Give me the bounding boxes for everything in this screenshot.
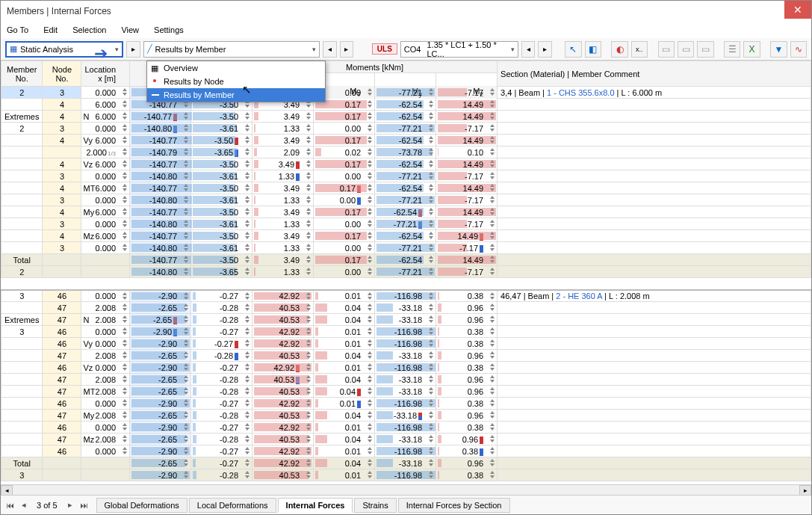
cell-loc[interactable]: 0.000 bbox=[81, 326, 130, 338]
table-row[interactable]: 47Mz2.008-2.65-0.2840.530.04-33.180.96 bbox=[1, 434, 811, 445]
cell[interactable]: -0.27 bbox=[191, 326, 252, 338]
cell[interactable]: -116.98 bbox=[375, 445, 436, 457]
cell-section[interactable] bbox=[498, 182, 811, 194]
cell-section[interactable] bbox=[498, 230, 811, 242]
cell[interactable]: -3.61 bbox=[191, 194, 252, 206]
cell[interactable]: 14.49 bbox=[436, 135, 498, 147]
cell-loc[interactable]: 0.000 bbox=[81, 87, 130, 99]
cell-loc[interactable]: 2.0001/3 bbox=[81, 147, 130, 158]
table-row[interactable]: Total-2.65-0.2742.920.04-33.180.96 bbox=[1, 457, 811, 469]
cell[interactable]: -2.65 bbox=[130, 302, 191, 314]
cell[interactable]: -33.18 bbox=[375, 374, 436, 386]
cell-node[interactable]: 3 bbox=[43, 194, 81, 206]
cell[interactable]: 0.17 bbox=[314, 254, 375, 266]
table-row[interactable]: 472.008-2.65-0.2840.530.04-33.180.96 bbox=[1, 350, 811, 362]
cell[interactable]: 0.38 bbox=[436, 422, 498, 434]
scroll-left-button[interactable]: ◂ bbox=[1, 485, 13, 496]
cell[interactable]: -3.65 bbox=[191, 266, 252, 278]
cell[interactable]: 42.92 bbox=[252, 326, 314, 338]
table-row[interactable]: 4MT6.000-140.77-3.503.490.17-62.5414.49 bbox=[1, 182, 811, 194]
cell-member[interactable] bbox=[1, 338, 43, 350]
panel-1-icon[interactable]: ▭ bbox=[658, 41, 675, 58]
cell[interactable]: 42.92 bbox=[252, 422, 314, 434]
col-member-no[interactable]: MemberNo. bbox=[1, 61, 43, 87]
scroll-track[interactable] bbox=[13, 485, 799, 496]
cell[interactable]: 40.53 bbox=[252, 314, 314, 326]
cell[interactable]: -77.21 bbox=[375, 266, 436, 278]
cell[interactable]: -77.21 bbox=[375, 123, 436, 135]
cell[interactable]: -116.98 bbox=[375, 326, 436, 338]
cell[interactable]: -2.90 bbox=[130, 398, 191, 410]
cell[interactable]: 0.04 bbox=[314, 386, 375, 398]
cell[interactable]: -3.61 bbox=[191, 170, 252, 182]
cell-member[interactable]: Total bbox=[1, 254, 43, 266]
cell-member[interactable] bbox=[1, 99, 43, 111]
menu-selection[interactable]: Selection bbox=[72, 25, 106, 34]
cell[interactable]: -116.98 bbox=[375, 290, 436, 302]
cell[interactable]: 14.49 bbox=[436, 99, 498, 111]
cell[interactable]: -0.27 bbox=[191, 457, 252, 469]
cell[interactable]: -2.90 bbox=[130, 362, 191, 374]
cell-node[interactable]: 3 bbox=[43, 170, 81, 182]
cell[interactable]: 0.01 bbox=[314, 326, 375, 338]
cell-member[interactable] bbox=[1, 194, 43, 206]
cell[interactable]: 42.92 bbox=[252, 338, 314, 350]
pager-next[interactable]: ▸ bbox=[64, 500, 76, 510]
cell[interactable]: 0.38 bbox=[436, 469, 498, 481]
cell-node[interactable]: 46 bbox=[43, 422, 81, 434]
cell[interactable]: 40.53 bbox=[252, 302, 314, 314]
cell-member[interactable]: Total bbox=[1, 457, 43, 469]
cell[interactable]: -0.27 bbox=[191, 338, 252, 350]
cell[interactable]: 3.49 bbox=[252, 135, 314, 147]
cell-member[interactable] bbox=[1, 170, 43, 182]
cell-section[interactable] bbox=[498, 350, 811, 362]
cell[interactable]: -3.50 bbox=[191, 230, 252, 242]
cell-node[interactable]: 4 bbox=[43, 206, 81, 218]
cell-loc[interactable]: Mz2.008 bbox=[81, 434, 130, 445]
cell[interactable]: -2.65 bbox=[130, 410, 191, 422]
cell[interactable]: 0.01 bbox=[314, 422, 375, 434]
cell[interactable]: 0.04 bbox=[314, 457, 375, 469]
cell-member[interactable] bbox=[1, 398, 43, 410]
cell-node[interactable]: 4 bbox=[43, 230, 81, 242]
cell[interactable]: -3.61 bbox=[191, 123, 252, 135]
cell[interactable]: 0.01 bbox=[314, 469, 375, 481]
cell-node[interactable] bbox=[43, 457, 81, 469]
cell[interactable]: 0.00 bbox=[314, 170, 375, 182]
cell[interactable]: -3.65 bbox=[191, 147, 252, 158]
cell-member[interactable]: 2 bbox=[1, 266, 43, 278]
cell[interactable]: 0.01 bbox=[314, 338, 375, 350]
cell[interactable]: -140.80 bbox=[130, 194, 191, 206]
table-row[interactable]: 2-140.80-3.651.330.00-77.21-7.17 bbox=[1, 266, 811, 278]
cell-loc[interactable] bbox=[81, 457, 130, 469]
cell-member[interactable] bbox=[1, 434, 43, 445]
cell[interactable]: -0.28 bbox=[191, 469, 252, 481]
col-node-no[interactable]: NodeNo. bbox=[43, 61, 81, 87]
dropdown-by-member[interactable]: Results by Member bbox=[147, 88, 325, 102]
table-row[interactable]: 30.000-140.80-3.611.330.00-77.21-7.17 bbox=[1, 218, 811, 230]
cell-section[interactable] bbox=[498, 206, 811, 218]
list-icon[interactable]: ☰ bbox=[724, 41, 740, 58]
cell[interactable]: -0.27 bbox=[191, 398, 252, 410]
cell[interactable]: 1.33 bbox=[252, 123, 314, 135]
cell-member[interactable] bbox=[1, 206, 43, 218]
cell-loc[interactable]: Vz6.000 bbox=[81, 158, 130, 170]
cell-member[interactable] bbox=[1, 374, 43, 386]
cell-section[interactable] bbox=[498, 362, 811, 374]
table-row[interactable]: Extremes47N2.008-2.65-0.2840.530.04-33.1… bbox=[1, 314, 811, 326]
cell[interactable]: -33.18 bbox=[375, 434, 436, 445]
cell[interactable]: -140.77 bbox=[130, 206, 191, 218]
cell[interactable]: 0.17 bbox=[314, 206, 375, 218]
cell-loc[interactable]: 0.000 bbox=[81, 242, 130, 254]
cell[interactable]: -33.18 bbox=[375, 302, 436, 314]
cell-member[interactable] bbox=[1, 445, 43, 457]
cell[interactable]: 0.00 bbox=[314, 194, 375, 206]
table-row[interactable]: 3-2.90-0.2840.530.01-116.980.38 bbox=[1, 469, 811, 481]
cell[interactable]: -62.54 bbox=[375, 158, 436, 170]
analysis-combo[interactable]: ▦ Static Analysis ▾ bbox=[5, 41, 123, 58]
cell[interactable]: -3.61 bbox=[191, 242, 252, 254]
cell-loc[interactable]: 2.008 bbox=[81, 374, 130, 386]
cell[interactable]: 0.17 bbox=[314, 230, 375, 242]
cell-node[interactable]: 3 bbox=[43, 218, 81, 230]
cell[interactable]: -116.98 bbox=[375, 398, 436, 410]
